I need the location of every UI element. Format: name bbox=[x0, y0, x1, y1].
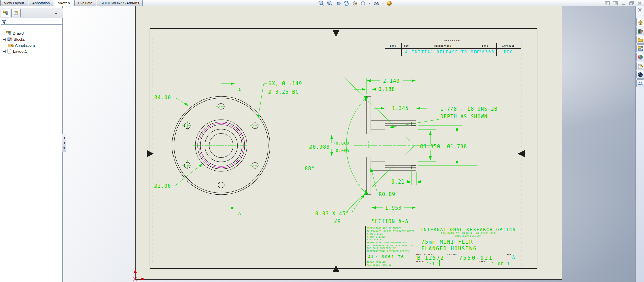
collapse-arrow-icon bbox=[63, 146, 65, 149]
feature-manager-panel: » Draw3 Blocks Annotations Layout1 bbox=[0, 6, 63, 282]
collapse-arrow-icon bbox=[63, 142, 65, 144]
panel-header bbox=[0, 8, 63, 18]
rev-label: REV bbox=[507, 253, 511, 255]
tree-filter bbox=[1, 19, 63, 25]
panel-overflow-chevron[interactable]: » bbox=[55, 11, 57, 16]
fscm-cell: FSCM NO. 12572 bbox=[423, 253, 446, 260]
revision-table-title: REVISIONS bbox=[385, 38, 521, 43]
title-block: DIMENSIONS ARE IN INCHES TOLERANCES UNLE… bbox=[365, 226, 521, 266]
company-website: WWW.IROPTICS.COM bbox=[415, 235, 521, 237]
note-line: ALL INFORMATION ON THIS SHEET IS bbox=[367, 244, 415, 247]
tree-item-label: Layout1 bbox=[13, 49, 27, 53]
revision-table: REVISIONS ZONE REV DESCRIPTION DATE APPR… bbox=[385, 38, 521, 56]
tree-item-label: Draw3 bbox=[13, 31, 24, 35]
collapse-arrow-icon bbox=[63, 137, 65, 139]
rev-zone[interactable] bbox=[385, 48, 402, 56]
rev-approved[interactable]: REG bbox=[496, 48, 521, 56]
hide-show-items-caret-icon[interactable] bbox=[382, 3, 384, 4]
dwg-no-cell: DWG NO. 7550-021 bbox=[446, 253, 506, 260]
expand-icon[interactable] bbox=[3, 50, 6, 53]
task-pane-appearances-tab[interactable] bbox=[636, 53, 644, 61]
task-pane-design-library-tab[interactable] bbox=[636, 27, 644, 35]
task-pane-close-icon[interactable] bbox=[638, 7, 642, 13]
tree-item-root[interactable]: Draw3 bbox=[0, 30, 68, 36]
command-manager-tabs: View Layout Annotation Sketch Evaluate S… bbox=[0, 0, 143, 6]
blocks-folder-icon bbox=[7, 37, 12, 42]
dwg-no-label: DWG NO. bbox=[447, 253, 458, 255]
rev-date[interactable]: 020300 bbox=[474, 48, 497, 56]
restore-button[interactable] bbox=[629, 1, 634, 5]
size-label: SIZE bbox=[416, 253, 421, 255]
expand-icon[interactable] bbox=[3, 38, 6, 41]
note-line: PROPRIETARY AND CONFIDENTIAL bbox=[367, 241, 415, 244]
property-manager-tab[interactable] bbox=[11, 9, 21, 17]
material-cell: AL: 6061-T6 bbox=[365, 253, 415, 260]
tree-item-label: Annotations bbox=[15, 43, 36, 47]
feature-tree-tab[interactable] bbox=[1, 9, 10, 17]
sheet-value: 1 OF 1 bbox=[492, 261, 510, 266]
tab-view-layout[interactable]: View Layout bbox=[0, 0, 28, 6]
company-cell: INTERNATIONAL RESEARCH OPTICS 280 MAIN S… bbox=[415, 226, 521, 237]
scale-cell: SCALE 1:1 bbox=[415, 260, 440, 266]
previous-view-icon[interactable] bbox=[335, 0, 341, 6]
sheet-icon bbox=[7, 49, 12, 54]
task-pane-community-tab[interactable] bbox=[636, 79, 644, 87]
section-view-icon[interactable] bbox=[343, 0, 349, 6]
rev-description[interactable]: INITIAL RELEASE TO MFG bbox=[412, 48, 474, 56]
tree-item-layout1[interactable]: Layout1 bbox=[0, 48, 65, 54]
rev-rev[interactable]: A bbox=[401, 48, 412, 56]
task-pane-view-palette-tab[interactable] bbox=[636, 44, 644, 52]
note-line: X.X° ± 0.5° bbox=[367, 238, 415, 241]
task-pane-custom-properties-tab[interactable] bbox=[636, 62, 644, 70]
company-name: INTERNATIONAL RESEARCH OPTICS bbox=[415, 226, 521, 232]
panel-splitter-handle[interactable] bbox=[62, 134, 66, 152]
note-line: DIMENSIONS ARE IN INCHES bbox=[367, 227, 415, 230]
zoom-to-area-icon[interactable] bbox=[327, 0, 333, 6]
view-orientation-caret-icon[interactable] bbox=[369, 3, 371, 4]
tab-evaluate[interactable]: Evaluate bbox=[74, 0, 96, 6]
task-pane-file-explorer-tab[interactable] bbox=[636, 36, 644, 44]
tree-filter-input[interactable] bbox=[7, 19, 59, 24]
finish-cell: BLACK ANODIZE MIL 8625C TYPE II bbox=[365, 260, 415, 266]
headsup-view-toolbar bbox=[318, 0, 392, 6]
scale-value: 1:1 bbox=[427, 261, 435, 266]
rev-col-zone: ZONE bbox=[385, 43, 402, 49]
task-pane-home-tab[interactable] bbox=[636, 18, 644, 26]
hide-show-items-icon[interactable] bbox=[373, 0, 379, 6]
drawing-document-icon bbox=[6, 31, 11, 36]
pane-left-icon[interactable] bbox=[605, 1, 610, 5]
minimize-button[interactable] bbox=[621, 1, 626, 5]
tree-item-blocks[interactable]: Blocks bbox=[0, 36, 65, 42]
material-value: AL: 6061-T6 bbox=[365, 253, 415, 259]
task-pane-solidworks-resources-tab[interactable] bbox=[636, 71, 644, 79]
tab-sketch[interactable]: Sketch bbox=[54, 0, 73, 6]
part-title-cell: 75mm MINI FLIR FLANGED HOUSING bbox=[415, 237, 521, 253]
part-title-line1: 75mm MINI FLIR bbox=[421, 239, 521, 245]
note-line: TOLERANCES UNLESS OTHERWISE NOTED: bbox=[367, 230, 415, 233]
solidworks-app: { "window": {"controls": ["pane-left", "… bbox=[0, 0, 644, 282]
finish-line: BLACK ANODIZE bbox=[367, 260, 415, 264]
sheet-label: SHEET bbox=[479, 260, 487, 263]
3d-drawing-view-icon[interactable] bbox=[352, 0, 358, 6]
scale-label: SCALE bbox=[416, 260, 424, 263]
tree-item-label: Blocks bbox=[14, 37, 25, 41]
close-button[interactable] bbox=[637, 1, 642, 5]
fscm-label: FSCM NO. bbox=[424, 253, 435, 255]
note-line: X.XXX ± 0.005 bbox=[367, 236, 415, 239]
annotations-folder-icon bbox=[8, 43, 14, 48]
pane-right-icon[interactable] bbox=[613, 1, 618, 5]
weight-cell bbox=[440, 260, 478, 266]
note-line: THE SOLE PROPERTY OF: bbox=[367, 247, 415, 250]
tab-solidworks-addins[interactable]: SOLIDWORKS Add-Ins bbox=[97, 0, 143, 6]
rev-col-approved: APPROVED bbox=[496, 43, 521, 49]
edit-appearance-icon[interactable] bbox=[386, 0, 392, 6]
tree-item-annotations[interactable]: Annotations bbox=[0, 42, 71, 48]
tab-annotation[interactable]: Annotation bbox=[29, 0, 54, 6]
part-title-line2: FLANGED HOUSING bbox=[421, 245, 521, 252]
zoom-to-fit-icon[interactable] bbox=[318, 0, 324, 6]
window-controls bbox=[605, 1, 642, 5]
size-cell: SIZE B bbox=[415, 253, 423, 260]
company-address: 280 MAIN ST, NASHUA, NH 03061 USA bbox=[415, 232, 521, 235]
view-orientation-icon[interactable] bbox=[360, 0, 366, 6]
note-line: X.XX ± 0.01 bbox=[367, 233, 415, 236]
